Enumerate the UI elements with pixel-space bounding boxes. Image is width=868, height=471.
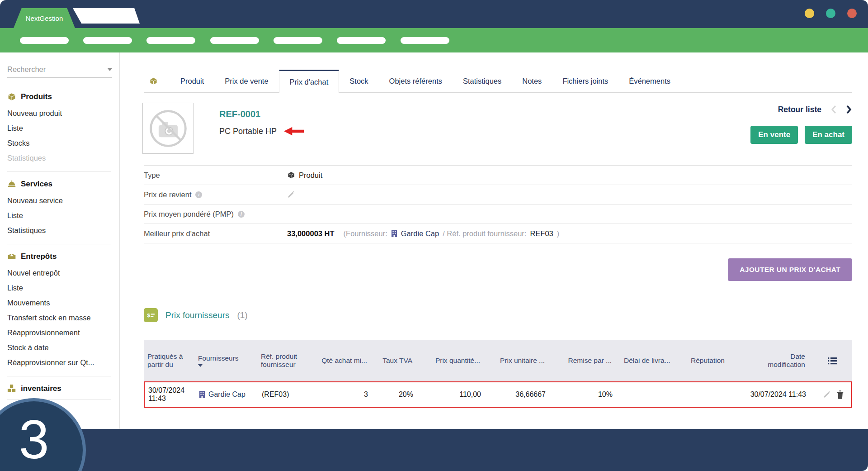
info-icon (195, 191, 202, 198)
tab-prix-de-vente[interactable]: Prix de vente (214, 70, 278, 92)
edit-pencil-icon[interactable] (287, 190, 295, 199)
col-header-fournisseurs[interactable]: Fournisseurs (189, 354, 250, 367)
col-header-pratiques[interactable]: Pratiqués à partir du (144, 352, 189, 369)
nav-pill[interactable] (20, 37, 69, 44)
detail-label: Prix moyen pondéré (PMP) (144, 210, 234, 219)
brand-tab[interactable]: NextGestion (14, 8, 75, 28)
sidebar-section-services: Services (7, 180, 115, 189)
table-header-row: Pratiqués à partir du Fournisseurs Réf. … (144, 340, 852, 381)
sidebar-section-produits: Produits (7, 92, 115, 101)
detail-row-prix-de-revient: Prix de revient (144, 185, 852, 205)
sidebar-item-mouvements[interactable]: Mouvements (7, 295, 115, 310)
cell-discount: 10% (549, 390, 615, 399)
supplier-link[interactable]: Gardie Cap (208, 390, 245, 399)
sidebar-item-stocks[interactable]: Stocks (7, 136, 115, 151)
cell-date-start: 30/07/2024 11:43 (145, 386, 190, 403)
sidebar-item-nouveau-service[interactable]: Nouveau service (7, 193, 115, 208)
section-title: inventaires (21, 384, 61, 393)
col-header-label: Fournisseurs (198, 354, 239, 362)
secondary-browser-tab[interactable] (73, 8, 140, 24)
price-list-icon: $ (144, 308, 158, 322)
sidebar-item-stock-a-date[interactable]: Stock à date (7, 340, 115, 355)
tab-fichiers-joints[interactable]: Fichiers joints (552, 70, 618, 92)
sidebar-item-reapprovisionnement[interactable]: Réapprovisionnement (7, 325, 115, 340)
section-title: Produits (21, 92, 52, 101)
col-header-qte-achat[interactable]: Qté achat mi... (302, 357, 370, 365)
col-header-reputation[interactable]: Réputation (681, 357, 735, 365)
en-achat-badge[interactable]: En achat (805, 126, 852, 144)
brand-logo-text: NextGestion (26, 14, 63, 22)
col-header-ref-produit[interactable]: Réf. produit fournisseur (250, 352, 302, 369)
product-details: Type Produit Prix de revient Prix moyen … (144, 165, 852, 243)
section-count: (1) (237, 310, 248, 320)
sidebar-section-entrepots: Entrepôts (7, 252, 115, 261)
chevron-down-icon (108, 68, 112, 71)
best-price-paren: (Fournisseur: (344, 229, 387, 238)
product-name: PC Portable HP (219, 127, 277, 136)
en-vente-badge[interactable]: En vente (750, 126, 798, 144)
col-header-prix-quantite[interactable]: Prix quantité... (415, 357, 483, 365)
back-to-list-link[interactable]: Retour liste (778, 105, 821, 114)
divider (7, 376, 111, 376)
nav-pill[interactable] (210, 37, 259, 44)
product-reference: REF-0001 (219, 109, 305, 119)
delete-trash-icon[interactable] (836, 390, 844, 399)
tab-produit[interactable]: Produit (170, 70, 214, 92)
next-item-chevron-icon[interactable] (846, 105, 852, 114)
sidebar: Rechercher Produits Nouveau produit List… (0, 52, 120, 429)
col-header-prix-unitaire[interactable]: Prix unitaire ... (483, 357, 548, 365)
supplier-prices-table: Pratiqués à partir du Fournisseurs Réf. … (144, 340, 852, 408)
nav-pill[interactable] (146, 37, 195, 44)
sidebar-item-nouveau-produit[interactable]: Nouveau produit (7, 106, 115, 121)
nav-pill[interactable] (83, 37, 132, 44)
tab-prix-d-achat[interactable]: Prix d'achat (279, 70, 340, 93)
add-purchase-price-button[interactable]: AJOUTER UN PRIX D'ACHAT (728, 258, 852, 281)
col-header-delai-livraison[interactable]: Délai de livra... (614, 357, 681, 365)
cell-vat: 20% (371, 390, 416, 399)
main-nav-bar (0, 28, 868, 52)
window-dot-red[interactable] (847, 9, 857, 18)
col-header-label: Date modification (760, 352, 805, 369)
sidebar-item-transfert-stock[interactable]: Transfert stock en masse (7, 310, 115, 325)
prev-item-chevron-icon[interactable] (830, 105, 837, 114)
sidebar-menu: Produits Nouveau produit Liste Stocks St… (0, 78, 119, 400)
col-header-date-modification[interactable]: Date modification (735, 352, 814, 369)
tab-statistiques[interactable]: Statistiques (453, 70, 512, 92)
pallet-icon (7, 384, 16, 393)
column-settings-list-icon[interactable] (828, 357, 837, 365)
sidebar-item-reapprovisionner-qt[interactable]: Réapprovisionner sur Qt... (7, 355, 115, 370)
sidebar-item-liste-services[interactable]: Liste (7, 208, 115, 223)
nav-pill[interactable] (401, 37, 449, 44)
window-dot-teal[interactable] (826, 9, 835, 18)
supplier-price-row-highlighted[interactable]: 30/07/2024 11:43 Gardie Cap (REF03) 3 20… (144, 381, 852, 408)
window-controls (805, 9, 857, 18)
tab-stock[interactable]: Stock (339, 70, 378, 92)
cell-fournisseur: Gardie Cap (190, 390, 251, 399)
best-price-supplier-link[interactable]: Gardie Cap (401, 229, 439, 238)
col-header-remise[interactable]: Remise par ... (548, 357, 614, 365)
section-title: Prix fournisseurs (165, 310, 230, 320)
search-placeholder: Rechercher (7, 65, 46, 74)
tab-notes[interactable]: Notes (512, 70, 552, 92)
nav-pill[interactable] (274, 37, 322, 44)
sidebar-item-liste-produits[interactable]: Liste (7, 121, 115, 136)
sidebar-item-nouvel-entrepot[interactable]: Nouvel entrepôt (7, 266, 115, 281)
top-bar: NextGestion (0, 0, 868, 28)
search-input[interactable]: Rechercher (7, 62, 112, 78)
edit-pencil-icon[interactable] (823, 390, 831, 399)
sidebar-item-liste-entrepots[interactable]: Liste (7, 281, 115, 295)
detail-row-pmp: Prix moyen pondéré (PMP) (144, 205, 852, 224)
sidebar-item-statistiques-services[interactable]: Statistiques (7, 223, 115, 238)
footer-bar (0, 429, 868, 471)
col-header-taux-tva[interactable]: Taux TVA (370, 357, 415, 365)
nav-pill[interactable] (337, 37, 386, 44)
tab-objets-referents[interactable]: Objets référents (379, 70, 453, 92)
sidebar-item-statistiques-produits: Statistiques (7, 151, 115, 166)
red-arrow-annotation (283, 126, 305, 136)
tab-evenements[interactable]: Événements (618, 70, 681, 92)
detail-row-type: Type Produit (144, 166, 852, 185)
cell-supplier-ref: (REF03) (251, 390, 303, 399)
product-image-placeholder[interactable] (142, 103, 193, 154)
product-header: REF-0001 PC Portable HP Retour liste En … (144, 93, 852, 165)
window-dot-yellow[interactable] (805, 9, 814, 18)
